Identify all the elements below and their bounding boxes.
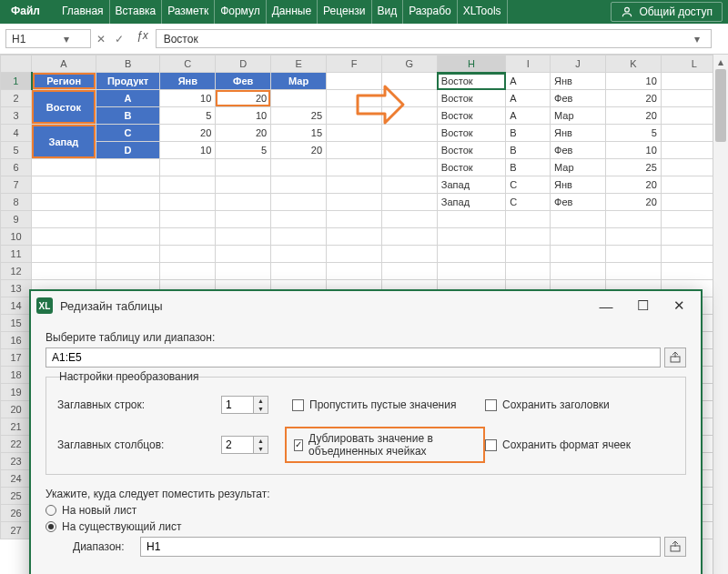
- cell[interactable]: 15: [271, 125, 327, 142]
- col-header[interactable]: E: [271, 55, 327, 73]
- cell[interactable]: [605, 228, 661, 246]
- cell[interactable]: [327, 142, 382, 159]
- cell[interactable]: [551, 263, 606, 280]
- cell[interactable]: [271, 228, 327, 246]
- header-cols-spinner[interactable]: ▲▼: [221, 436, 268, 454]
- dialog-titlebar[interactable]: XL Редизайн таблицы — ☐ ✕: [31, 291, 701, 320]
- cell[interactable]: [506, 263, 551, 280]
- cell[interactable]: Фев: [551, 142, 606, 159]
- cell[interactable]: [271, 159, 327, 176]
- row-header[interactable]: 23: [1, 453, 32, 470]
- cell[interactable]: [216, 228, 271, 246]
- cell[interactable]: B: [506, 159, 551, 176]
- cell[interactable]: [327, 228, 382, 246]
- cell[interactable]: [605, 211, 661, 228]
- share-button[interactable]: Общий доступ: [611, 2, 723, 22]
- cell[interactable]: B: [506, 142, 551, 159]
- tab-view[interactable]: Вид: [372, 0, 404, 24]
- row-header[interactable]: 19: [1, 384, 32, 401]
- cell[interactable]: Восток: [437, 107, 506, 125]
- cell[interactable]: 20: [160, 125, 216, 142]
- row-header[interactable]: 24: [1, 470, 32, 488]
- cell[interactable]: [216, 159, 271, 176]
- close-button[interactable]: ✕: [662, 294, 695, 317]
- cell[interactable]: B: [96, 107, 160, 125]
- cell[interactable]: Фев: [551, 90, 606, 107]
- cell[interactable]: [271, 211, 327, 228]
- cell[interactable]: 10: [160, 142, 216, 159]
- row-header[interactable]: 2: [1, 90, 32, 107]
- tab-formulas[interactable]: Формул: [215, 0, 267, 24]
- row-header[interactable]: 4: [1, 125, 32, 142]
- cell[interactable]: [437, 228, 506, 246]
- cell[interactable]: Восток: [437, 142, 506, 159]
- keep-format-checkbox[interactable]: Сохранить формат ячеек: [485, 438, 674, 451]
- row-header[interactable]: 10: [1, 228, 32, 246]
- cell[interactable]: [271, 194, 327, 211]
- cell[interactable]: [32, 211, 96, 228]
- collapse-dialog-button[interactable]: [664, 347, 686, 368]
- select-all-corner[interactable]: [1, 55, 32, 73]
- cell[interactable]: [437, 246, 506, 263]
- keep-headers-checkbox[interactable]: Сохранить заголовки: [485, 398, 674, 411]
- cell[interactable]: [96, 228, 160, 246]
- row-header[interactable]: 13: [1, 280, 32, 297]
- scroll-up-icon[interactable]: ▴: [713, 55, 728, 69]
- cell[interactable]: [216, 176, 271, 194]
- cell[interactable]: [96, 176, 160, 194]
- spin-down-icon[interactable]: ▼: [254, 405, 268, 413]
- col-header[interactable]: K: [605, 55, 661, 73]
- vertical-scrollbar[interactable]: ▴: [713, 55, 728, 574]
- cell[interactable]: [327, 211, 382, 228]
- cell[interactable]: [271, 176, 327, 194]
- cell[interactable]: [605, 246, 661, 263]
- cell[interactable]: Запад: [437, 176, 506, 194]
- cell[interactable]: Фев: [551, 194, 606, 211]
- cell[interactable]: [551, 211, 606, 228]
- cell[interactable]: [32, 228, 96, 246]
- cell[interactable]: [381, 228, 437, 246]
- option-existing-sheet[interactable]: На существующий лист: [46, 520, 686, 533]
- cell[interactable]: [271, 263, 327, 280]
- tab-layout[interactable]: Разметк: [162, 0, 215, 24]
- cell[interactable]: A: [96, 90, 160, 107]
- cell[interactable]: [327, 246, 382, 263]
- cell[interactable]: 20: [605, 107, 661, 125]
- spin-up-icon[interactable]: ▲: [254, 437, 268, 445]
- cell[interactable]: Восток: [437, 125, 506, 142]
- cell[interactable]: [327, 263, 382, 280]
- cell[interactable]: [271, 90, 327, 107]
- cell[interactable]: 10: [216, 107, 271, 125]
- cell[interactable]: Янв: [551, 73, 606, 90]
- cell[interactable]: [160, 228, 216, 246]
- row-header[interactable]: 8: [1, 194, 32, 211]
- cell[interactable]: 20: [605, 90, 661, 107]
- cell[interactable]: [327, 194, 382, 211]
- skip-empty-checkbox[interactable]: Пропустить пустые значения: [292, 398, 456, 411]
- accept-fx-icon[interactable]: ✓: [115, 33, 124, 45]
- cell[interactable]: [437, 211, 506, 228]
- cell[interactable]: 5: [216, 142, 271, 159]
- header-rows-spinner[interactable]: ▲▼: [221, 396, 270, 414]
- header-rows-input[interactable]: [221, 396, 254, 414]
- cell[interactable]: [160, 159, 216, 176]
- cell[interactable]: B: [506, 125, 551, 142]
- col-header[interactable]: H: [437, 55, 506, 73]
- cell[interactable]: C: [96, 125, 160, 142]
- cell[interactable]: [381, 211, 437, 228]
- cell[interactable]: [216, 211, 271, 228]
- cell[interactable]: 5: [605, 125, 661, 142]
- name-box[interactable]: H1 ▾: [5, 29, 91, 48]
- row-header[interactable]: 9: [1, 211, 32, 228]
- cell[interactable]: Мар: [271, 73, 327, 90]
- cell[interactable]: Восток: [437, 159, 506, 176]
- tab-xltools[interactable]: XLTools: [458, 0, 508, 24]
- cell[interactable]: [96, 159, 160, 176]
- cell[interactable]: [381, 194, 437, 211]
- cell[interactable]: [506, 228, 551, 246]
- cell[interactable]: A: [506, 73, 551, 90]
- row-header[interactable]: 5: [1, 142, 32, 159]
- row-header[interactable]: 20: [1, 401, 32, 418]
- tab-developer[interactable]: Разрабо: [403, 0, 458, 24]
- header-cols-input[interactable]: [221, 436, 254, 454]
